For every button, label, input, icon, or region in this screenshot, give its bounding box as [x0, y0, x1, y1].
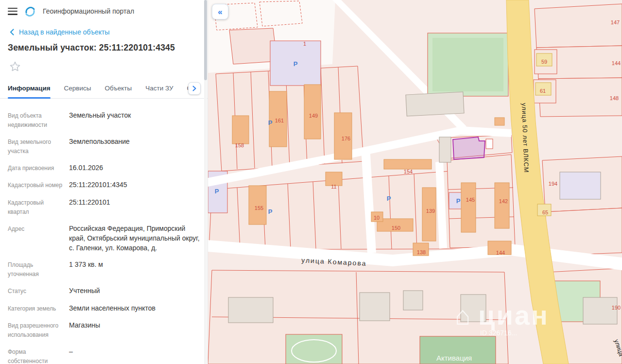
svg-text:144: 144 — [496, 250, 505, 256]
tab-objects[interactable]: Объекты — [105, 79, 132, 98]
svg-text:142: 142 — [499, 198, 508, 204]
parking-icon: Р — [268, 208, 273, 215]
svg-text:147: 147 — [611, 19, 620, 25]
menu-icon[interactable] — [8, 8, 17, 15]
svg-text:149: 149 — [309, 113, 318, 119]
field-ownership-form: Форма собственности – — [8, 347, 200, 364]
parking-icon: Р — [456, 197, 461, 205]
watermark-id: ID 326716... — [480, 329, 517, 337]
svg-text:65: 65 — [542, 209, 548, 215]
field-address: Адрес Российская Федерация, Приморский к… — [8, 224, 200, 253]
field-area: Площадь уточненная 1 373 кв. м — [8, 260, 200, 279]
tabs-scroll-right-button[interactable] — [188, 82, 201, 95]
svg-text:145: 145 — [466, 197, 475, 203]
sidebar-collapse-button[interactable]: « — [212, 4, 228, 19]
svg-text:190: 190 — [612, 305, 621, 311]
info-sidebar: Геоинформационный портал Назад в найденн… — [0, 0, 208, 364]
tab-information[interactable]: Информация — [8, 79, 51, 98]
map-panel: « — [208, 0, 622, 364]
map-canvas[interactable]: 161 158 149 176 154 11 155 139 145 142 1… — [208, 0, 622, 364]
favorite-star-icon[interactable] — [8, 60, 22, 74]
svg-text:1: 1 — [303, 41, 306, 47]
svg-text:154: 154 — [404, 169, 413, 174]
app-title: Геоинформационный портал — [43, 7, 134, 15]
portal-logo-icon — [24, 5, 36, 17]
field-permitted-use: Вид разрешенного использования Магазины — [8, 320, 200, 340]
svg-text:61: 61 — [540, 88, 546, 94]
page-title: Земельный участок: 25:11:220101:4345 — [8, 43, 200, 53]
tab-bar: Информация Сервисы Объекты Части ЗУ Сост… — [0, 79, 207, 99]
tab-services[interactable]: Сервисы — [64, 79, 91, 98]
chevron-right-icon — [192, 86, 196, 91]
svg-text:138: 138 — [417, 249, 426, 255]
svg-text:194: 194 — [549, 181, 557, 187]
field-parcel-kind: Вид земельного участка Землепользование — [8, 137, 200, 156]
svg-text:11: 11 — [331, 184, 336, 190]
parking-icon: Р — [387, 195, 391, 202]
scrollbar-thumb[interactable] — [204, 0, 207, 80]
field-cadastral-number: Кадастровый номер 25:11:220101:4345 — [8, 180, 200, 190]
back-arrow-icon — [10, 29, 14, 35]
sidebar-header: Геоинформационный портал — [0, 0, 207, 21]
svg-text:10: 10 — [374, 215, 380, 221]
field-object-kind: Вид объекта недвижимости Земельный участ… — [8, 110, 200, 130]
svg-text:176: 176 — [342, 136, 350, 141]
field-status: Статус Учтенный — [8, 286, 200, 296]
sidebar-scrollbar[interactable] — [204, 0, 207, 364]
svg-text:148: 148 — [610, 95, 619, 101]
back-link[interactable]: Назад в найденные объекты — [0, 21, 207, 36]
svg-text:150: 150 — [392, 225, 400, 231]
field-cadastral-block: Кадастровый квартал 25:11:220101 — [8, 197, 200, 217]
attributes-list: Вид объекта недвижимости Земельный участ… — [0, 99, 207, 364]
svg-text:161: 161 — [275, 118, 284, 123]
watermark-activation: Активация — [436, 354, 472, 362]
svg-text:158: 158 — [235, 142, 244, 148]
field-assignment-date: Дата присвоения 16.01.2026 — [8, 163, 200, 173]
svg-text:139: 139 — [426, 208, 435, 214]
tab-parcel-parts[interactable]: Части ЗУ — [145, 79, 173, 98]
svg-text:59: 59 — [541, 59, 547, 65]
parking-icon: Р — [215, 188, 219, 195]
svg-text:144: 144 — [612, 60, 621, 66]
watermark-logo-icon: ⌂ — [455, 301, 471, 330]
field-land-category: Категория земель Земли населенных пункто… — [8, 303, 200, 313]
back-link-label: Назад в найденные объекты — [19, 28, 109, 36]
parking-icon: Р — [294, 60, 298, 68]
watermark-brand: циан — [478, 300, 549, 330]
parking-icon: Р — [268, 119, 273, 126]
svg-text:155: 155 — [255, 205, 263, 211]
